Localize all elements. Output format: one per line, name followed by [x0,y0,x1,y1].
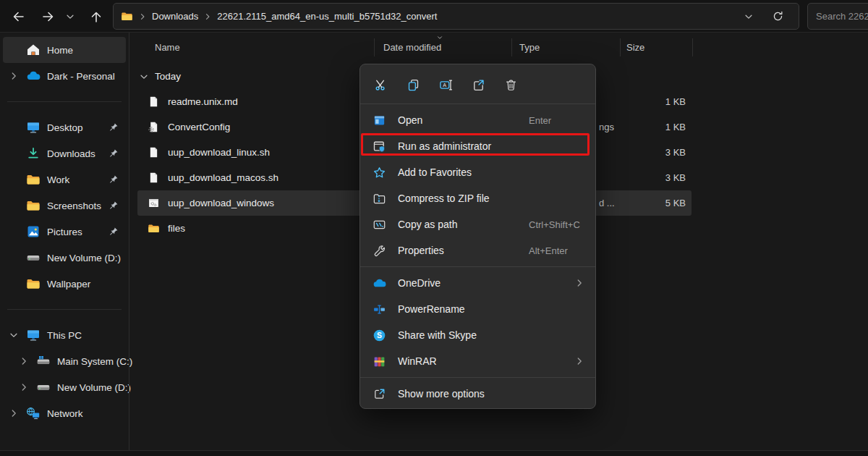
menu-item-share-with-skype[interactable]: SShare with Skype [364,322,592,348]
sidebar-item-network[interactable]: Network [3,400,126,426]
config-file-icon [148,121,160,133]
sidebar-item-label: New Volume (D:) [47,253,121,263]
file-size: 1 KB [665,122,686,132]
svg-text:A: A [443,83,446,88]
back-icon [11,9,25,24]
menu-item-add-to-favorites[interactable]: Add to Favorites [364,159,592,185]
chevron-right-icon[interactable] [9,71,19,81]
menu-divider [360,104,595,104]
menu-item-label: Share with Skype [398,329,477,341]
menu-item-copy-as-path[interactable]: Copy as pathCtrl+Shift+C [364,211,592,237]
column-header-date-modified[interactable]: Date modified [383,33,441,63]
column-header-name[interactable]: Name [155,33,180,63]
wrench-icon [373,244,386,258]
folder-icon [26,172,41,187]
sidebar-item-wallpaper[interactable]: Wallpaper [3,271,126,297]
menu-item-show-more-options[interactable]: Show more options [364,381,592,407]
menu-item-onedrive[interactable]: OneDrive [364,270,592,296]
home-icon [26,43,41,57]
column-divider[interactable] [692,38,693,56]
back-button[interactable] [7,5,30,28]
menu-divider [360,377,595,378]
sidebar-item-dark-personal[interactable]: Dark - Personal [3,63,126,89]
breadcrumb-downloads[interactable]: Downloads [152,11,198,22]
sidebar-item-label: Work [47,174,69,185]
delete-button[interactable] [498,72,524,97]
recent-locations-button[interactable] [61,5,80,28]
sort-descending-icon [435,34,444,41]
pin-icon [108,122,119,133]
sidebar-item-screenshots[interactable]: Screenshots [3,193,126,219]
sidebar-item-pictures[interactable]: Pictures [3,219,126,245]
chevron-right-icon[interactable] [19,356,29,366]
sidebar-item-main-system-c[interactable]: Main System (C:) [3,348,126,374]
menu-item-label: Properties [398,245,444,256]
pin-icon [108,174,119,185]
rename-button[interactable]: A [433,72,459,97]
chevron-right-icon [138,12,147,21]
chevron-right-icon [574,356,584,366]
menu-item-winrar[interactable]: WinRAR [364,348,592,374]
menu-item-powerrename[interactable]: PowerRename [364,296,592,322]
pin-icon [108,226,119,237]
sidebar-divider [7,101,122,102]
menu-item-label: Copy as path [398,219,458,230]
group-label: Today [155,71,181,82]
menu-item-compress-to-zip-file[interactable]: Compress to ZIP file [364,185,592,211]
column-divider[interactable] [620,38,621,56]
powerrename-icon [373,303,386,316]
desktop-icon [26,328,41,342]
sidebar-item-home[interactable]: Home [3,37,126,63]
sidebar-item-new-volume-d[interactable]: New Volume (D:) [3,245,126,271]
up-button[interactable] [85,5,108,28]
chevron-down-icon[interactable] [9,330,19,340]
sidebar-item-downloads[interactable]: Downloads [3,140,126,166]
refresh-button[interactable] [772,4,784,29]
sidebar-divider [7,309,122,310]
sidebar: HomeDark - PersonalDesktopDownloadsWorkS… [0,33,129,451]
cut-button[interactable] [367,72,393,97]
sidebar-item-label: Main System (C:) [57,356,132,367]
share-button[interactable] [465,72,491,97]
drive-icon [26,250,41,265]
menu-item-label: OneDrive [398,277,441,289]
chevron-right-icon[interactable] [9,408,19,418]
address-dropdown-button[interactable] [744,4,754,29]
sidebar-item-desktop[interactable]: Desktop [3,114,126,140]
onedrive-icon [26,69,41,83]
chevron-right-icon[interactable] [19,382,29,392]
folder-icon [26,276,41,291]
column-header-size[interactable]: Size [626,33,644,63]
chevron-down-icon[interactable] [139,72,149,82]
winrar-icon [373,355,386,368]
chevron-right-icon [574,278,584,288]
sidebar-item-label: Pictures [47,227,82,237]
forward-button[interactable] [37,5,60,28]
chevron-down-icon [65,12,75,22]
menu-item-open[interactable]: OpenEnter [364,107,592,133]
search-input[interactable]: Search 22621 [807,3,868,30]
delete-icon [504,78,518,92]
sidebar-item-this-pc[interactable]: This PC [3,322,126,348]
refresh-icon [772,10,784,22]
sidebar-item-new-volume-d[interactable]: New Volume (D:) [3,374,126,400]
drive-icon [36,380,51,394]
menu-item-shortcut: Enter [529,115,551,126]
breadcrumb-current-folder[interactable]: 22621.2115_amd64_en-us_multi_b5751d32_co… [217,11,437,22]
menu-item-properties[interactable]: PropertiesAlt+Enter [364,237,592,263]
column-divider[interactable] [511,38,512,56]
column-header-type[interactable]: Type [519,33,540,63]
file-name: ConvertConfig [168,122,230,132]
file-name: readme.unix.md [168,96,238,107]
copy-button[interactable] [400,72,426,97]
menu-divider [360,266,595,267]
chevron-down-icon [744,12,754,22]
showmore-icon [373,387,386,401]
star-icon [373,166,386,180]
network-icon [26,406,41,421]
file-icon [148,146,160,159]
address-bar[interactable]: Downloads 22621.2115_amd64_en-us_multi_b… [113,3,799,30]
sidebar-item-label: Screenshots [47,200,101,211]
sidebar-item-work[interactable]: Work [3,166,126,193]
column-divider[interactable] [374,38,375,56]
